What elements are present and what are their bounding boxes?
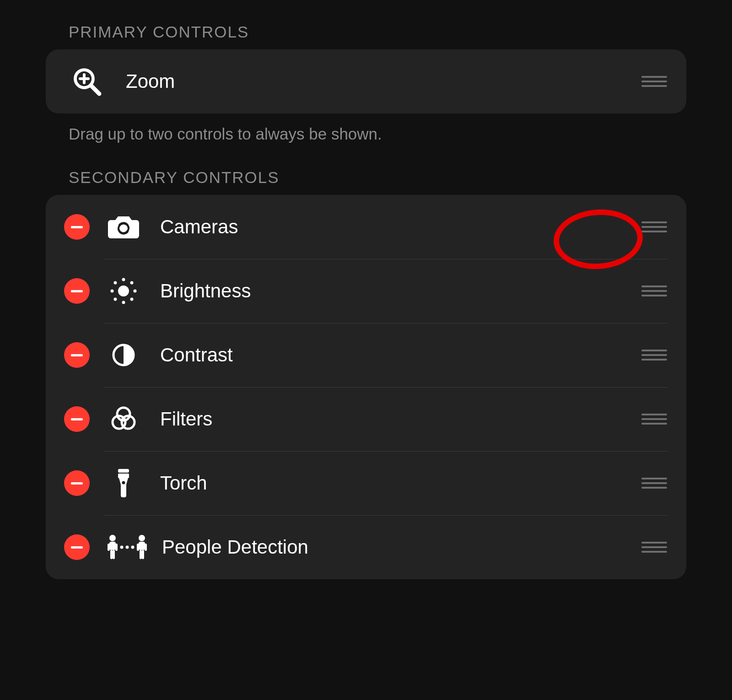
secondary-control-row-people-detection[interactable]: People Detection	[46, 515, 686, 579]
secondary-control-label: Cameras	[160, 216, 640, 238]
svg-rect-24	[110, 550, 113, 559]
svg-rect-21	[109, 542, 116, 550]
drag-handle-icon[interactable]	[640, 347, 668, 363]
camera-switch-icon	[105, 215, 142, 239]
svg-point-19	[122, 481, 125, 485]
svg-point-4	[118, 285, 129, 296]
drag-handle-icon[interactable]	[640, 411, 668, 427]
secondary-control-label: People Detection	[162, 536, 640, 558]
svg-point-9	[114, 281, 117, 285]
drag-handle-icon[interactable]	[640, 539, 668, 555]
svg-point-34	[131, 546, 135, 549]
svg-rect-29	[145, 544, 147, 551]
drag-handle-icon[interactable]	[640, 283, 668, 299]
primary-controls-header: PRIMARY CONTROLS	[69, 23, 686, 41]
svg-rect-28	[137, 544, 139, 551]
primary-control-label: Zoom	[126, 70, 640, 92]
contrast-icon	[105, 342, 142, 368]
svg-point-11	[114, 298, 117, 301]
svg-rect-25	[113, 550, 115, 559]
remove-button[interactable]	[64, 470, 90, 496]
svg-rect-30	[140, 550, 142, 559]
svg-rect-31	[142, 550, 144, 559]
secondary-controls-header: SECONDARY CONTROLS	[69, 168, 686, 187]
brightness-icon	[105, 276, 142, 306]
people-detection-icon	[105, 533, 149, 561]
filters-icon	[105, 405, 142, 433]
drag-handle-icon[interactable]	[640, 73, 668, 90]
secondary-control-label: Contrast	[160, 344, 640, 366]
secondary-control-row-torch[interactable]: Torch	[46, 451, 686, 515]
secondary-control-row-contrast[interactable]: Contrast	[46, 323, 686, 387]
svg-rect-27	[139, 542, 145, 550]
secondary-control-row-brightness[interactable]: Brightness	[46, 259, 686, 323]
primary-controls-list: Zoom	[46, 49, 686, 113]
drag-handle-icon[interactable]	[640, 475, 668, 491]
svg-point-32	[120, 546, 124, 549]
remove-button[interactable]	[64, 278, 90, 304]
svg-point-26	[139, 535, 145, 541]
primary-control-row-zoom[interactable]: Zoom	[46, 49, 686, 113]
zoom-in-icon	[64, 65, 110, 98]
svg-point-20	[109, 535, 116, 541]
svg-point-33	[126, 546, 129, 549]
secondary-control-row-filters[interactable]: Filters	[46, 387, 686, 451]
svg-rect-17	[118, 469, 129, 473]
svg-point-10	[130, 281, 134, 285]
remove-button[interactable]	[64, 342, 90, 368]
svg-point-7	[111, 290, 114, 293]
secondary-controls-list: Cameras	[46, 195, 686, 579]
svg-point-8	[134, 290, 137, 293]
svg-rect-18	[118, 474, 129, 478]
svg-point-6	[122, 301, 125, 304]
secondary-control-row-cameras[interactable]: Cameras	[46, 195, 686, 259]
svg-point-5	[122, 278, 125, 281]
svg-point-12	[130, 298, 134, 301]
svg-rect-23	[115, 544, 118, 551]
remove-button[interactable]	[64, 534, 90, 560]
svg-line-1	[91, 86, 99, 94]
primary-controls-hint: Drag up to two controls to always be sho…	[69, 125, 686, 143]
remove-button[interactable]	[64, 406, 90, 432]
svg-rect-22	[108, 544, 110, 551]
drag-handle-icon[interactable]	[640, 219, 668, 235]
secondary-control-label: Filters	[160, 408, 640, 430]
secondary-control-label: Torch	[160, 472, 640, 494]
secondary-control-label: Brightness	[160, 280, 640, 302]
torch-icon	[105, 468, 142, 498]
remove-button[interactable]	[64, 214, 90, 240]
controls-settings-screen: PRIMARY CONTROLS Zoom Drag up to two con…	[0, 0, 732, 607]
